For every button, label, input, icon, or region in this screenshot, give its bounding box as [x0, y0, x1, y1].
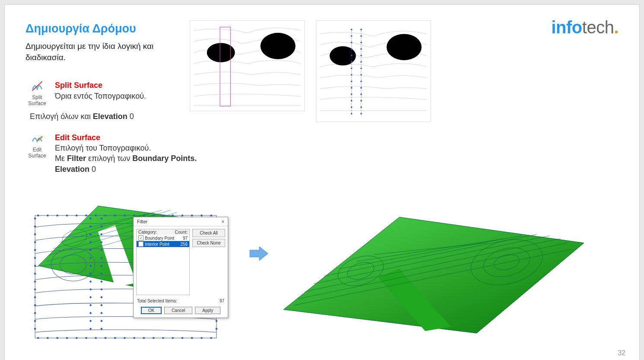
svg-point-143: [210, 337, 212, 339]
svg-point-53: [34, 273, 36, 274]
svg-point-120: [105, 215, 106, 216]
topo-points-thumb: [316, 20, 431, 122]
split-surface-icon: [31, 80, 43, 94]
svg-point-87: [101, 304, 102, 306]
svg-point-10: [351, 42, 353, 43]
svg-point-135: [172, 337, 173, 339]
svg-point-33: [360, 100, 362, 102]
svg-point-57: [34, 304, 36, 306]
svg-point-107: [37, 337, 39, 339]
svg-point-124: [124, 215, 125, 216]
cancel-button[interactable]: Cancel: [164, 307, 192, 314]
svg-point-58: [34, 312, 36, 314]
edit-surface-label: Edit Surface: [26, 147, 49, 159]
svg-point-116: [85, 215, 87, 216]
edit-surface-toolbutton[interactable]: Edit Surface: [26, 132, 49, 174]
svg-point-70: [89, 289, 91, 290]
apply-button[interactable]: Apply: [195, 307, 220, 314]
svg-point-32: [360, 93, 362, 95]
svg-point-129: [143, 337, 145, 339]
svg-point-35: [360, 113, 362, 115]
svg-point-22: [360, 29, 362, 30]
svg-point-104: [216, 320, 217, 321]
svg-point-67: [89, 265, 91, 267]
total-value: 97: [220, 299, 224, 303]
svg-point-72: [89, 304, 91, 306]
split-surface-text: Split Surface Όρια εντός Τοπογραφικού.: [55, 80, 146, 107]
svg-point-12: [351, 55, 353, 56]
check-all-button[interactable]: Check All: [192, 229, 225, 237]
terrain-3d-result: [275, 202, 593, 340]
svg-point-133: [162, 337, 164, 339]
slide: infotech. Δημιουργία Δρόμου Δημιουργείτα…: [4, 4, 640, 360]
filter-dialog: Filter × Category:Count: ✓ Boundary Poin…: [133, 217, 228, 318]
filter-row-interior[interactable]: Interior Point256: [137, 241, 189, 247]
svg-point-134: [172, 215, 173, 216]
svg-point-106: [37, 215, 39, 216]
svg-point-80: [101, 249, 102, 251]
svg-point-9: [351, 35, 353, 37]
svg-point-59: [34, 320, 36, 321]
svg-point-77: [101, 225, 102, 227]
svg-point-49: [34, 241, 36, 243]
svg-rect-5: [220, 27, 230, 106]
svg-point-130: [153, 215, 154, 216]
svg-point-18: [351, 93, 353, 95]
topo-pick-rect-thumb: [190, 20, 305, 111]
checkbox-icon[interactable]: ✓: [138, 235, 143, 241]
svg-point-71: [89, 296, 91, 298]
svg-point-81: [101, 257, 102, 259]
svg-point-52: [34, 265, 36, 267]
svg-point-28: [360, 68, 362, 69]
svg-point-8: [351, 29, 353, 30]
svg-point-86: [101, 296, 102, 298]
svg-point-66: [89, 257, 91, 259]
check-none-button[interactable]: Check None: [192, 239, 225, 247]
svg-point-136: [182, 215, 183, 216]
svg-point-119: [95, 337, 96, 339]
svg-point-26: [360, 55, 362, 56]
svg-point-17: [351, 87, 353, 89]
svg-point-79: [101, 241, 102, 243]
svg-point-114: [76, 215, 77, 216]
svg-point-111: [56, 337, 58, 339]
svg-point-13: [351, 61, 353, 63]
filter-category-list: Category:Count: ✓ Boundary Point97 Inter…: [136, 229, 190, 295]
svg-point-112: [66, 215, 68, 216]
svg-point-85: [101, 289, 102, 290]
arrow-right-icon: [249, 245, 269, 264]
svg-point-137: [182, 337, 183, 339]
svg-point-118: [95, 215, 96, 216]
svg-point-84: [101, 280, 102, 282]
filter-row-boundary[interactable]: ✓ Boundary Point97: [137, 235, 189, 241]
svg-point-128: [143, 215, 145, 216]
svg-point-89: [101, 320, 102, 321]
svg-point-141: [201, 337, 202, 339]
split-surface-toolbutton[interactable]: Split Surface: [26, 80, 49, 107]
svg-point-21: [351, 113, 353, 115]
svg-point-83: [101, 273, 102, 274]
svg-point-105: [216, 328, 217, 330]
svg-point-78: [101, 233, 102, 235]
svg-point-74: [89, 320, 91, 321]
svg-point-15: [351, 74, 353, 76]
svg-point-123: [114, 337, 116, 339]
close-icon[interactable]: ×: [222, 219, 224, 224]
brand-logo: infotech.: [551, 18, 618, 37]
ok-button[interactable]: OK: [141, 307, 162, 314]
svg-point-69: [89, 280, 91, 282]
checkbox-icon[interactable]: [138, 241, 143, 247]
svg-point-62: [89, 225, 91, 227]
svg-point-108: [47, 215, 48, 216]
split-surface-label: Split Surface: [26, 95, 49, 107]
svg-point-109: [47, 337, 48, 339]
svg-point-47: [34, 225, 36, 227]
page-number: 32: [618, 349, 625, 357]
svg-point-24: [360, 42, 362, 43]
svg-point-11: [351, 48, 353, 50]
svg-point-55: [34, 289, 36, 290]
svg-point-75: [89, 328, 91, 330]
svg-point-60: [34, 328, 36, 330]
svg-point-140: [201, 215, 202, 216]
svg-point-126: [133, 215, 135, 216]
